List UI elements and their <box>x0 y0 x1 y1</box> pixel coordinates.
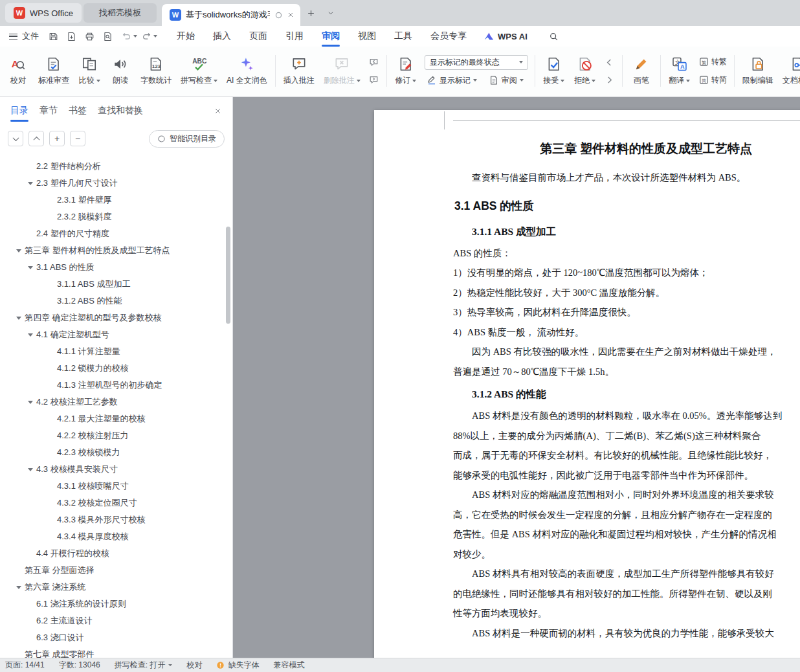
toc-item[interactable]: 4.2.3 校核锁模力 <box>0 444 232 461</box>
ribbon-review-button[interactable]: 审阅 <box>487 74 526 87</box>
menu-tab-view[interactable]: 视图 <box>349 26 385 47</box>
toc-item[interactable]: 第三章 塑件材料的性质及成型工艺特点 <box>0 242 232 259</box>
save-button[interactable] <box>45 28 61 44</box>
toc-item[interactable]: 4.2.1 最大注塑量的校核 <box>0 410 232 427</box>
toc-item[interactable]: 2.4 塑件的尺寸精度 <box>0 225 232 242</box>
missing-font-warning[interactable]: 缺失字体 <box>209 660 266 671</box>
collapse-triangle-icon[interactable] <box>26 266 35 269</box>
toc-item[interactable]: 2.3.2 脱模斜度 <box>0 208 232 225</box>
file-menu-button[interactable]: 文件 <box>6 30 45 42</box>
print-preview-button[interactable] <box>100 28 116 44</box>
pane-tab-bookmarks[interactable]: 书签 <box>69 97 87 124</box>
collapse-triangle-icon[interactable] <box>14 317 23 320</box>
toc-item[interactable]: 4.2.2 校核注射压力 <box>0 427 232 444</box>
toc-item[interactable]: 2.2 塑件结构分析 <box>0 158 232 175</box>
toc-item[interactable]: 6.1 浇注系统的设计原则 <box>0 596 232 612</box>
search-button[interactable] <box>546 28 562 45</box>
sidebar-scrollbar[interactable] <box>226 227 230 324</box>
ribbon-read-aloud-button[interactable]: 朗读 <box>106 54 135 88</box>
document-canvas[interactable]: 第三章 塑件材料的性质及成型工艺特点查资料与借鉴目前市场上才产品，本次设计所选塑… <box>233 97 800 658</box>
show-more-levels-button[interactable]: + <box>49 131 65 146</box>
toc-item[interactable]: 3.1 ABS 的性质 <box>0 259 232 276</box>
toc-item[interactable]: 2.3.1 塑件壁厚 <box>0 192 232 208</box>
print-button[interactable] <box>82 28 98 44</box>
toc-item[interactable]: 第七章 成型零部件 <box>0 646 232 658</box>
toc-item[interactable]: 4.4 开模行程的校核 <box>0 545 232 562</box>
expand-all-button[interactable] <box>8 131 23 146</box>
close-pane-button[interactable] <box>214 107 222 115</box>
collapse-triangle-icon[interactable] <box>14 249 23 252</box>
menu-tab-insert[interactable]: 插入 <box>204 26 240 47</box>
ribbon-to-simplified-button[interactable]: 简转简 <box>697 73 729 87</box>
menu-tab-membership[interactable]: 会员专享 <box>421 26 476 47</box>
toc-item[interactable]: 4.3.1 校核喷嘴尺寸 <box>0 478 232 495</box>
toc-item[interactable]: 6.2 主流道设计 <box>0 612 232 629</box>
toc-item[interactable]: 4.1.3 注塑机型号的初步确定 <box>0 377 232 394</box>
export-pdf-button[interactable] <box>63 28 80 44</box>
collapse-triangle-icon[interactable] <box>26 333 35 337</box>
menu-tab-start[interactable]: 开始 <box>168 26 204 47</box>
page-indicator[interactable]: 页面: 14/41 <box>5 660 52 671</box>
toc-item[interactable]: 第四章 确定注塑机的型号及参数校核 <box>0 309 232 326</box>
ribbon-to-traditional-button[interactable]: 繁转繁 <box>697 55 729 69</box>
collapse-all-button[interactable] <box>28 131 44 146</box>
pane-tab-find-replace[interactable]: 查找和替换 <box>98 97 143 124</box>
menu-tab-tools[interactable]: 工具 <box>385 26 421 47</box>
redo-button[interactable] <box>141 31 157 42</box>
undo-button[interactable] <box>121 31 137 42</box>
toc-item[interactable]: 4.3.4 模具厚度校核 <box>0 528 232 545</box>
menu-tab-review[interactable]: 审阅 <box>313 26 349 47</box>
ribbon-delete-comment-button[interactable]: 删除批注 <box>320 54 364 88</box>
close-tab-icon[interactable] <box>287 11 294 19</box>
word-count-indicator[interactable]: 字数: 13046 <box>52 660 107 671</box>
ribbon-insert-comment-button[interactable]: 插入批注 <box>280 54 318 88</box>
ribbon-next-revision-button[interactable] <box>603 73 617 86</box>
ribbon-track-changes-button[interactable]: 修订 <box>391 54 421 88</box>
toc-item[interactable]: 4.2 校核注塑工艺参数 <box>0 394 232 410</box>
tab-list-button[interactable] <box>322 5 339 21</box>
collapse-triangle-icon[interactable] <box>26 182 35 185</box>
ribbon-next-comment-button[interactable] <box>367 73 381 86</box>
menu-tab-page-layout[interactable]: 页面 <box>240 26 276 47</box>
ribbon-proofread-button[interactable]: A校对 <box>3 54 33 88</box>
toc-item[interactable]: 4.1 确定注塑机型号 <box>0 326 232 343</box>
ribbon-previous-comment-button[interactable] <box>367 56 381 69</box>
pane-tab-chapters[interactable]: 章节 <box>39 97 58 124</box>
pane-tab-toc[interactable]: 目录 <box>10 97 28 124</box>
toc-item[interactable]: 3.1.2 ABS 的性能 <box>0 293 232 309</box>
ribbon-translate-button[interactable]: 文A翻译 <box>665 54 694 88</box>
collapse-triangle-icon[interactable] <box>26 468 35 471</box>
ribbon-show-markup-button[interactable]: 显示标记 <box>425 74 479 87</box>
toc-item[interactable]: 4.1.2 锁模力的校核 <box>0 360 232 377</box>
smart-identify-toc-button[interactable]: 智能识别目录 <box>149 130 225 148</box>
ribbon-accept-button[interactable]: 接受 <box>539 54 569 88</box>
spellcheck-indicator[interactable]: 拼写检查: 打开 <box>107 660 180 671</box>
collapse-triangle-icon[interactable] <box>14 586 23 589</box>
toc-item[interactable]: 4.3 校核模具安装尺寸 <box>0 461 232 478</box>
document-tab[interactable]: W 基于solidworks的游戏手柄方 <box>162 4 300 26</box>
ribbon-word-count-button[interactable]: 123字数统计 <box>137 54 175 88</box>
toc-item[interactable]: 第五章 分型面选择 <box>0 562 232 579</box>
proofread-indicator[interactable]: 校对 <box>179 660 209 671</box>
ribbon-restrict-editing-button[interactable]: 限制编辑 <box>739 54 777 88</box>
new-tab-button[interactable] <box>303 5 320 21</box>
ribbon-doc-permission-button[interactable]: 文档权限 <box>779 54 800 88</box>
markup-state-select[interactable]: 显示标记的最终状态 <box>425 55 528 70</box>
toc-item[interactable]: 第六章 浇注系统 <box>0 579 232 596</box>
ribbon-standard-review-button[interactable]: 标准审查 <box>34 54 73 88</box>
toc-item[interactable]: 2.3 塑件几何尺寸设计 <box>0 175 232 192</box>
show-fewer-levels-button[interactable]: − <box>70 131 85 146</box>
toc-item[interactable]: 4.3.2 校核定位圈尺寸 <box>0 495 232 511</box>
toc-item[interactable]: 6.3 浇口设计 <box>0 629 232 646</box>
ribbon-previous-revision-button[interactable] <box>603 56 617 69</box>
toc-item[interactable]: 3.1.1 ABS 成型加工 <box>0 276 232 293</box>
ribbon-ai-polish-button[interactable]: AI 全文润色 <box>223 54 271 88</box>
docer-template-tab[interactable]: 找稻壳模板 <box>83 3 157 23</box>
ribbon-spell-check-button[interactable]: ABC拼写检查 <box>177 54 221 88</box>
ribbon-compare-button[interactable]: 比较 <box>74 54 104 88</box>
collapse-triangle-icon[interactable] <box>26 401 35 404</box>
ribbon-ink-brush-button[interactable]: 画笔 <box>627 54 656 88</box>
toc-item[interactable]: 4.1.1 计算注塑量 <box>0 343 232 360</box>
menu-tab-references[interactable]: 引用 <box>276 26 313 47</box>
ribbon-reject-button[interactable]: 拒绝 <box>570 54 600 88</box>
